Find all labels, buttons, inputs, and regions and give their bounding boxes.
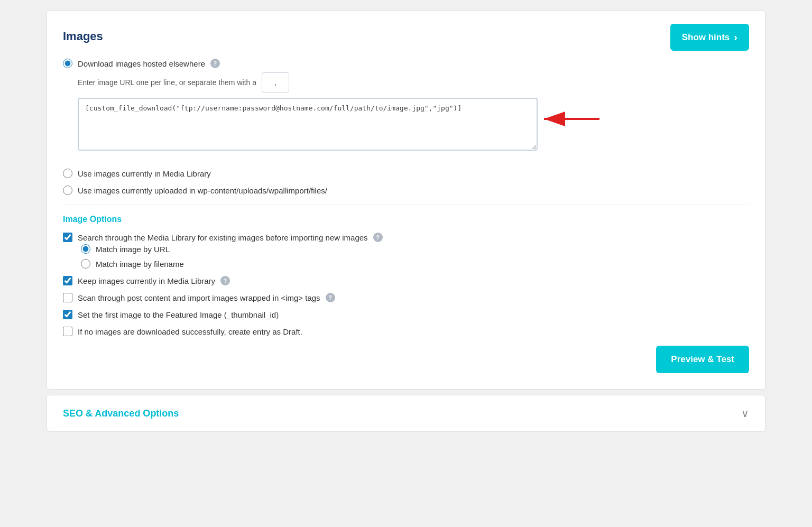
chevron-down-icon[interactable]: ∨ <box>741 407 749 420</box>
radio-item-download: Download images hosted elsewhere ? Enter… <box>63 59 749 161</box>
radio-use-uploaded[interactable] <box>63 186 72 195</box>
checkbox-item-keep-media: Keep images currently in Media Library ? <box>63 276 749 285</box>
radio-item-match-filename: Match image by filename <box>81 259 749 269</box>
checkbox-scan-img-tags-label: Scan through post content and import ima… <box>78 293 320 302</box>
radio-match-filename[interactable] <box>81 259 90 269</box>
checkbox-no-images-draft[interactable] <box>63 327 72 336</box>
radio-use-media-library[interactable] <box>63 169 72 178</box>
checkbox-item-no-images-draft: If no images are downloaded successfully… <box>63 327 749 336</box>
checkbox-item-scan-img: Scan through post content and import ima… <box>63 293 749 302</box>
section-title: Images <box>63 30 103 43</box>
show-hints-button[interactable]: Show hints › <box>670 24 749 51</box>
divider <box>63 205 749 205</box>
card-header: Images ∧ <box>63 27 749 46</box>
checkbox-set-featured-label: Set the first image to the Featured Imag… <box>78 310 279 319</box>
checkbox-group: Search through the Media Library for exi… <box>63 233 749 336</box>
match-radio-group: Match image by URL Match image by filena… <box>81 244 749 269</box>
checkbox-keep-media-library-label: Keep images currently in Media Library <box>78 276 215 285</box>
separator-input[interactable] <box>262 72 289 93</box>
help-icon-keep-media[interactable]: ? <box>220 276 230 285</box>
show-hints-label: Show hints <box>682 32 730 43</box>
show-hints-chevron-icon: › <box>734 31 737 43</box>
radio-match-filename-label: Match image by filename <box>96 260 184 269</box>
radio-use-uploaded-label: Use images currently uploaded in wp-cont… <box>78 186 327 195</box>
bottom-spacer <box>63 336 749 373</box>
help-icon-scan-img[interactable]: ? <box>326 293 335 302</box>
arrow-annotation <box>539 108 602 130</box>
checkbox-search-media-library-label: Search through the Media Library for exi… <box>78 233 368 242</box>
checkbox-item-featured: Set the first image to the Featured Imag… <box>63 310 749 319</box>
checkbox-keep-media-library[interactable] <box>63 276 72 285</box>
checkbox-search-media-library[interactable] <box>63 233 72 242</box>
radio-match-url[interactable] <box>81 244 90 254</box>
image-url-textarea[interactable]: [custom_file_download("ftp://username:pa… <box>78 98 538 151</box>
separator-text: Enter image URL one per line, or separat… <box>78 78 256 87</box>
red-arrow-icon <box>539 108 602 130</box>
image-options-title: Image Options <box>63 215 749 224</box>
checkbox-set-featured[interactable] <box>63 310 72 319</box>
separator-line: Enter image URL one per line, or separat… <box>78 72 749 93</box>
seo-section-title: SEO & Advanced Options <box>63 408 179 419</box>
seo-card: SEO & Advanced Options ∨ <box>47 395 765 432</box>
preview-test-button[interactable]: Preview & Test <box>656 346 749 373</box>
radio-item-match-url: Match image by URL <box>81 244 749 254</box>
checkbox-no-images-draft-label: If no images are downloaded successfully… <box>78 327 302 336</box>
radio-download-hosted[interactable] <box>63 59 72 68</box>
help-icon-download[interactable]: ? <box>210 59 220 68</box>
radio-use-media-library-label: Use images currently in Media Library <box>78 169 211 178</box>
image-source-radio-group: Download images hosted elsewhere ? Enter… <box>63 59 749 195</box>
radio-item-media-library: Use images currently in Media Library <box>63 169 749 178</box>
radio-download-hosted-label: Download images hosted elsewhere <box>78 59 205 68</box>
checkbox-scan-img-tags[interactable] <box>63 293 72 302</box>
help-icon-search-media[interactable]: ? <box>373 233 383 242</box>
textarea-wrapper: [custom_file_download("ftp://username:pa… <box>63 98 749 151</box>
radio-item-uploaded: Use images currently uploaded in wp-cont… <box>63 186 749 195</box>
checkbox-item-search-media: Search through the Media Library for exi… <box>63 233 749 269</box>
radio-match-url-label: Match image by URL <box>96 245 170 254</box>
images-card: Images ∧ Show hints › Download images ho… <box>47 11 765 390</box>
